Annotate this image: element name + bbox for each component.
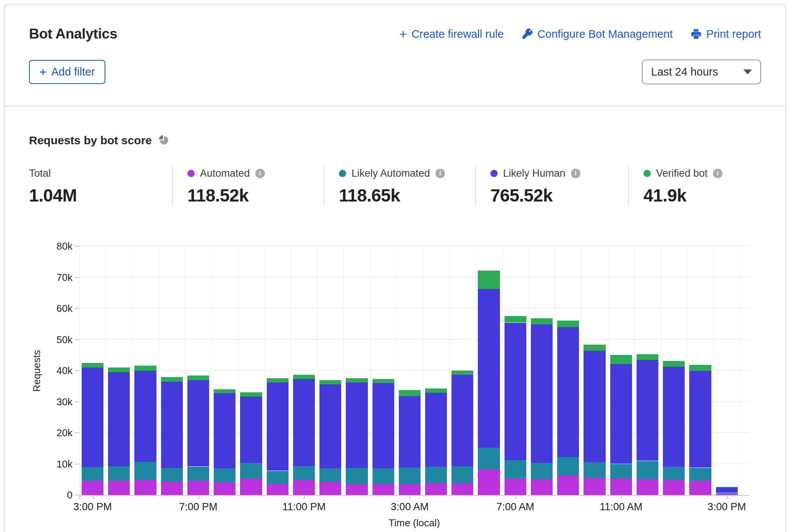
gridline	[476, 246, 476, 495]
gridline	[264, 246, 265, 495]
y-tick-mark	[74, 401, 79, 402]
stat-likely-automated: Likely Automated i 118.65k	[324, 167, 475, 206]
bar-segment-likely-human	[108, 372, 130, 466]
pie-chart-icon	[158, 134, 169, 147]
gridline	[79, 308, 749, 308]
bar-5-00-AM[interactable]	[451, 370, 473, 495]
bar-7-00-PM[interactable]	[187, 376, 209, 495]
bar-4-00-PM[interactable]	[108, 368, 130, 495]
bar-segment-automated	[478, 469, 500, 495]
info-icon[interactable]: i	[255, 169, 265, 178]
bar-3-00-PM[interactable]	[82, 363, 103, 495]
bar-7-00-AM[interactable]	[505, 316, 526, 495]
bar-segment-automated	[293, 480, 315, 495]
time-range-select[interactable]: Last 24 hours	[642, 60, 761, 84]
bar-segment-likely-automated	[557, 457, 579, 476]
y-tick-mark	[74, 495, 79, 495]
y-tick-label: 50k	[56, 334, 73, 345]
bar-1-00-AM[interactable]	[346, 378, 368, 495]
bar-8-00-AM[interactable]	[531, 318, 553, 495]
gridline	[608, 246, 608, 495]
info-icon[interactable]: i	[435, 169, 445, 178]
requests-section: Requests by bot score Total 1.04M Automa…	[5, 134, 785, 529]
bar-segment-likely-human	[372, 383, 394, 468]
gridline	[661, 246, 661, 495]
bar-segment-likely-human	[399, 396, 421, 468]
stat-value: 41.9k	[643, 185, 761, 206]
bar-segment-likely-automated	[451, 466, 473, 483]
bar-4-00-AM[interactable]	[425, 388, 447, 495]
bar-10-00-AM[interactable]	[584, 345, 605, 495]
bar-segment-likely-automated	[478, 448, 500, 469]
gridline	[132, 246, 132, 495]
bar-segment-verified-bot	[637, 354, 658, 360]
bar-segment-automated	[108, 480, 130, 495]
bar-segment-likely-automated	[663, 467, 685, 480]
stat-verified-bot: Verified bot i 41.9k	[628, 167, 761, 206]
bar-2-00-AM[interactable]	[372, 379, 394, 495]
bar-segment-automated	[689, 481, 711, 495]
bar-segment-automated	[451, 483, 473, 495]
bar-segment-likely-automated	[610, 464, 632, 478]
bar-segment-verified-bot	[610, 355, 632, 364]
gridline	[634, 246, 635, 495]
bar-12-00-PM[interactable]	[637, 355, 658, 495]
automated-dot-icon	[187, 170, 195, 177]
gridline	[317, 246, 318, 495]
y-axis-title: Requests	[29, 246, 44, 496]
info-icon[interactable]: i	[571, 169, 580, 178]
bar-segment-automated	[584, 477, 605, 495]
bar-segment-verified-bot	[214, 389, 235, 393]
bar-9-00-AM[interactable]	[557, 321, 579, 495]
bar-3-00-PM[interactable]	[716, 487, 738, 495]
bar-segment-likely-automated	[399, 468, 421, 484]
bar-9-00-PM[interactable]	[240, 392, 262, 495]
gridline	[740, 246, 740, 495]
bar-segment-likely-automated	[689, 468, 711, 481]
x-tick-label: 11:00 PM	[282, 501, 326, 513]
bar-11-00-AM[interactable]	[610, 355, 632, 495]
y-tick-label: 70k	[56, 271, 73, 283]
bar-segment-automated	[663, 480, 685, 495]
bar-8-00-PM[interactable]	[214, 389, 235, 495]
bar-segment-likely-automated	[319, 468, 341, 482]
add-filter-button[interactable]: + Add filter	[29, 60, 105, 84]
chart-plot: 3:00 PM7:00 PM11:00 PM3:00 AM7:00 AM11:0…	[79, 246, 749, 496]
bar-segment-likely-human	[161, 382, 183, 468]
bar-segment-verified-bot	[505, 316, 526, 322]
bar-2-00-PM[interactable]	[689, 365, 711, 495]
bar-segment-verified-bot	[716, 487, 738, 487]
stat-label: Total	[29, 168, 51, 179]
likely-human-dot-icon	[490, 170, 498, 177]
bar-segment-verified-bot	[478, 271, 500, 289]
bar-segment-likely-automated	[346, 468, 368, 484]
bar-11-00-PM[interactable]	[293, 375, 315, 495]
create-firewall-rule-link[interactable]: + Create firewall rule	[399, 27, 504, 40]
bar-segment-likely-human	[584, 350, 605, 462]
bar-6-00-PM[interactable]	[161, 377, 183, 495]
bar-12-00-AM[interactable]	[319, 380, 341, 495]
section-heading: Requests by bot score	[29, 134, 152, 147]
bar-6-00-AM[interactable]	[478, 271, 500, 495]
bar-10-00-PM[interactable]	[267, 378, 289, 495]
bar-segment-likely-automated	[372, 468, 394, 484]
x-tick-mark	[79, 496, 80, 499]
x-tick-label: 3:00 PM	[708, 501, 746, 513]
bar-segment-verified-bot	[372, 379, 394, 383]
bar-1-00-PM[interactable]	[663, 361, 685, 495]
bar-segment-automated	[214, 482, 235, 495]
bar-segment-likely-automated	[82, 467, 103, 481]
y-tick-label: 40k	[56, 365, 73, 377]
stat-value: 765.52k	[490, 185, 628, 206]
bar-3-00-AM[interactable]	[399, 390, 421, 495]
y-tick-label: 10k	[56, 458, 73, 470]
gridline	[502, 246, 503, 495]
bar-5-00-PM[interactable]	[134, 366, 156, 495]
bar-segment-likely-human	[557, 327, 579, 457]
configure-bot-management-link[interactable]: Configure Bot Management	[521, 28, 673, 40]
page-title: Bot Analytics	[29, 26, 117, 42]
print-report-link[interactable]: Print report	[690, 28, 761, 40]
bar-segment-likely-human	[689, 371, 711, 468]
info-icon[interactable]: i	[713, 169, 722, 178]
y-tick-mark	[74, 308, 79, 309]
